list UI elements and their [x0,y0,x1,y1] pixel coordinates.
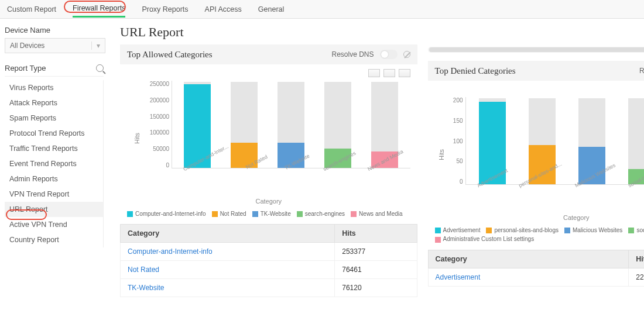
panel-title-allowed: Top Allowed Categories [127,50,213,60]
page-title: URL Report [120,25,644,40]
link-row[interactable]: TK-Website [128,284,164,292]
device-name-label: Device Name [5,26,104,35]
table-denied: CategoryHits Advertisement220 [428,250,644,287]
link-row[interactable]: Not Rated [128,266,159,274]
report-type-label: Report Type [5,64,46,73]
chart-xlabel: Category [127,198,410,205]
chart-type-bar-icon[interactable] [383,69,395,77]
th-hits: Hits [629,250,644,268]
sidebar-item-url-report[interactable]: URL Report [5,202,103,217]
panel-top-denied: Top Denied Categories Resolve DNS Hits20… [428,44,644,297]
sidebar-item-active-vpn-trend[interactable]: Active VPN Trend [5,217,103,232]
chart-type-area-icon[interactable] [368,69,380,77]
link-row[interactable]: Computer-and-Internet-info [128,247,213,256]
table-allowed: CategoryHits Computer-and-Internet-info2… [120,224,417,297]
sidebar-item-event-trend[interactable]: Event Trend Reports [5,156,103,171]
sidebar: Device Name All Devices ▾ Report Type Vi… [0,19,109,297]
link-row[interactable]: Advertisement [436,273,481,281]
sidebar-item-virus-reports[interactable]: Virus Reports [5,80,103,95]
tab-general[interactable]: General [258,2,284,17]
cell-hits: 220 [629,268,644,286]
sidebar-item-admin-reports[interactable]: Admin Reports [5,171,103,187]
device-select-value: All Devices [10,42,44,50]
sidebar-item-country-report[interactable]: Country Report [5,232,103,247]
chart-xlabel: Category [435,214,644,221]
cell-hits: 76120 [335,279,417,297]
tab-firewall-reports[interactable]: Firewall Reports [73,1,125,18]
th-hits: Hits [335,225,417,243]
th-category: Category [121,225,335,243]
th-category: Category [428,250,629,268]
report-type-list: Virus Reports Attack Reports Spam Report… [5,80,104,247]
sidebar-item-spam-reports[interactable]: Spam Reports [5,111,103,126]
chart-denied: Hits200150100500Advertisementpersonal-si… [435,97,644,212]
panel-title-denied: Top Denied Categories [435,66,516,76]
resolve-dns-label: Resolve DNS [639,67,644,75]
chart-type-line-icon[interactable] [399,69,410,77]
chart-allowed: Hits250000200000150000100000500000Comput… [127,81,410,195]
chevron-down-icon: ▾ [91,42,100,50]
legend-denied: Advertisementpersonal-sites-and-blogsMal… [428,223,644,246]
cell-hits: 76461 [335,261,417,279]
device-select[interactable]: All Devices ▾ [5,38,105,53]
horizontal-scrollbar[interactable] [428,47,644,53]
cell-hits: 253377 [335,243,417,261]
search-icon[interactable] [96,64,104,72]
tab-custom-report[interactable]: Custom Report [7,2,56,17]
sidebar-item-attack-reports[interactable]: Attack Reports [5,95,103,111]
top-nav: Custom Report Firewall Reports Proxy Rep… [0,0,644,19]
resolve-dns-toggle-allowed[interactable] [380,50,398,59]
legend-allowed: Computer-and-Internet-infoNot RatedTK-We… [120,207,417,221]
disable-icon[interactable] [403,51,410,58]
panel-top-allowed: Top Allowed Categories Resolve DNS Hits2… [120,44,417,297]
resolve-dns-label: Resolve DNS [332,50,374,58]
tab-proxy-reports[interactable]: Proxy Reports [142,2,188,17]
sidebar-item-traffic-trend[interactable]: Traffic Trend Reports [5,141,103,156]
sidebar-item-vpn-trend[interactable]: VPN Trend Report [5,187,103,202]
sidebar-item-protocol-trend[interactable]: Protocol Trend Reports [5,126,103,141]
tab-api-access[interactable]: API Access [205,2,242,17]
